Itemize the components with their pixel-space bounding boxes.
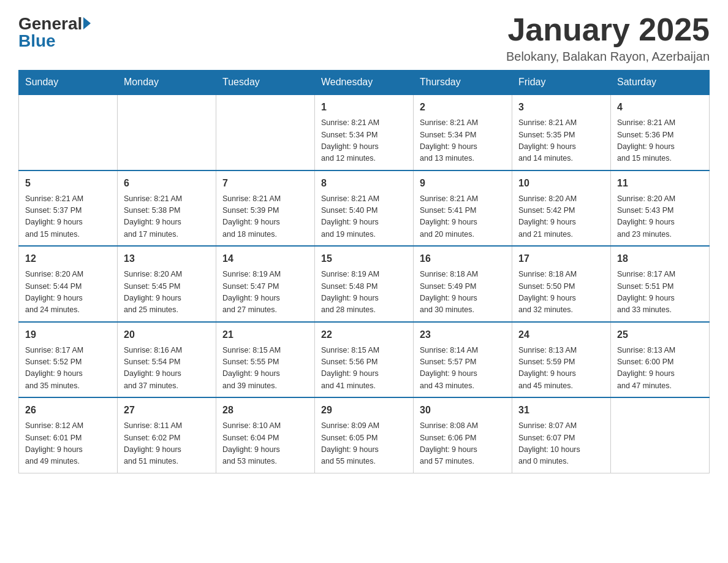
header-saturday: Saturday	[611, 71, 710, 95]
day-number: 3	[518, 100, 604, 115]
day-cell: 2Sunrise: 8:21 AMSunset: 5:34 PMDaylight…	[414, 94, 512, 170]
day-number: 7	[222, 176, 308, 191]
day-info: Sunrise: 8:20 AMSunset: 5:45 PMDaylight:…	[124, 269, 210, 316]
day-cell: 10Sunrise: 8:20 AMSunset: 5:42 PMDayligh…	[512, 170, 611, 247]
day-info: Sunrise: 8:19 AMSunset: 5:48 PMDaylight:…	[321, 269, 407, 316]
day-number: 13	[124, 251, 210, 266]
day-number: 11	[617, 176, 703, 191]
day-info: Sunrise: 8:20 AMSunset: 5:43 PMDaylight:…	[617, 193, 703, 241]
day-info: Sunrise: 8:17 AMSunset: 5:52 PMDaylight:…	[25, 345, 111, 393]
day-cell: 11Sunrise: 8:20 AMSunset: 5:43 PMDayligh…	[611, 170, 710, 247]
day-cell	[118, 94, 216, 170]
day-cell: 5Sunrise: 8:21 AMSunset: 5:37 PMDaylight…	[19, 170, 118, 247]
day-cell: 8Sunrise: 8:21 AMSunset: 5:40 PMDaylight…	[315, 170, 414, 247]
day-number: 24	[518, 327, 604, 342]
week-row-4: 19Sunrise: 8:17 AMSunset: 5:52 PMDayligh…	[19, 322, 710, 398]
day-cell: 14Sunrise: 8:19 AMSunset: 5:47 PMDayligh…	[216, 246, 315, 322]
day-cell: 15Sunrise: 8:19 AMSunset: 5:48 PMDayligh…	[315, 246, 414, 322]
day-info: Sunrise: 8:19 AMSunset: 5:47 PMDaylight:…	[222, 269, 308, 316]
day-number: 8	[321, 176, 407, 191]
day-info: Sunrise: 8:18 AMSunset: 5:50 PMDaylight:…	[518, 269, 604, 316]
week-row-5: 26Sunrise: 8:12 AMSunset: 6:01 PMDayligh…	[19, 397, 710, 473]
header-wednesday: Wednesday	[315, 71, 414, 95]
day-info: Sunrise: 8:14 AMSunset: 5:57 PMDaylight:…	[420, 345, 506, 393]
page-header: General Blue January 2025 Belokany, Bala…	[18, 12, 710, 64]
day-number: 2	[420, 100, 506, 115]
header-row: SundayMondayTuesdayWednesdayThursdayFrid…	[19, 71, 710, 95]
day-info: Sunrise: 8:13 AMSunset: 6:00 PMDaylight:…	[617, 345, 703, 393]
day-info: Sunrise: 8:13 AMSunset: 5:59 PMDaylight:…	[518, 345, 604, 393]
day-cell	[216, 94, 315, 170]
day-info: Sunrise: 8:07 AMSunset: 6:07 PMDaylight:…	[518, 420, 604, 468]
day-number: 14	[222, 251, 308, 266]
day-cell: 24Sunrise: 8:13 AMSunset: 5:59 PMDayligh…	[512, 322, 611, 398]
day-info: Sunrise: 8:08 AMSunset: 6:06 PMDaylight:…	[420, 420, 506, 468]
day-cell: 13Sunrise: 8:20 AMSunset: 5:45 PMDayligh…	[118, 246, 216, 322]
day-info: Sunrise: 8:20 AMSunset: 5:42 PMDaylight:…	[518, 193, 604, 241]
day-info: Sunrise: 8:21 AMSunset: 5:35 PMDaylight:…	[518, 117, 604, 165]
day-info: Sunrise: 8:20 AMSunset: 5:44 PMDaylight:…	[25, 269, 111, 316]
day-cell: 21Sunrise: 8:15 AMSunset: 5:55 PMDayligh…	[216, 322, 315, 398]
day-number: 19	[25, 327, 111, 342]
day-cell: 20Sunrise: 8:16 AMSunset: 5:54 PMDayligh…	[118, 322, 216, 398]
day-cell	[611, 397, 710, 473]
day-number: 25	[617, 327, 703, 342]
day-info: Sunrise: 8:21 AMSunset: 5:36 PMDaylight:…	[617, 117, 703, 165]
day-number: 28	[222, 403, 308, 418]
header-thursday: Thursday	[414, 71, 512, 95]
day-cell: 28Sunrise: 8:10 AMSunset: 6:04 PMDayligh…	[216, 397, 315, 473]
day-cell: 31Sunrise: 8:07 AMSunset: 6:07 PMDayligh…	[512, 397, 611, 473]
day-cell: 18Sunrise: 8:17 AMSunset: 5:51 PMDayligh…	[611, 246, 710, 322]
month-title: January 2025	[506, 12, 710, 47]
day-cell: 9Sunrise: 8:21 AMSunset: 5:41 PMDaylight…	[414, 170, 512, 247]
day-info: Sunrise: 8:11 AMSunset: 6:02 PMDaylight:…	[124, 420, 210, 468]
day-cell: 29Sunrise: 8:09 AMSunset: 6:05 PMDayligh…	[315, 397, 414, 473]
day-cell: 7Sunrise: 8:21 AMSunset: 5:39 PMDaylight…	[216, 170, 315, 247]
header-tuesday: Tuesday	[216, 71, 315, 95]
header-monday: Monday	[118, 71, 216, 95]
day-number: 16	[420, 251, 506, 266]
day-number: 15	[321, 251, 407, 266]
logo-blue-text: Blue	[18, 33, 56, 50]
day-cell: 25Sunrise: 8:13 AMSunset: 6:00 PMDayligh…	[611, 322, 710, 398]
day-cell: 26Sunrise: 8:12 AMSunset: 6:01 PMDayligh…	[19, 397, 118, 473]
day-number: 30	[420, 403, 506, 418]
day-number: 12	[25, 251, 111, 266]
day-info: Sunrise: 8:12 AMSunset: 6:01 PMDaylight:…	[25, 420, 111, 468]
week-row-1: 1Sunrise: 8:21 AMSunset: 5:34 PMDaylight…	[19, 94, 710, 170]
day-info: Sunrise: 8:17 AMSunset: 5:51 PMDaylight:…	[617, 269, 703, 316]
day-info: Sunrise: 8:18 AMSunset: 5:49 PMDaylight:…	[420, 269, 506, 316]
day-cell: 17Sunrise: 8:18 AMSunset: 5:50 PMDayligh…	[512, 246, 611, 322]
day-info: Sunrise: 8:10 AMSunset: 6:04 PMDaylight:…	[222, 420, 308, 468]
day-number: 18	[617, 251, 703, 266]
logo: General Blue	[18, 12, 91, 50]
title-block: January 2025 Belokany, Balakan Rayon, Az…	[506, 12, 710, 64]
day-number: 29	[321, 403, 407, 418]
day-number: 21	[222, 327, 308, 342]
day-number: 20	[124, 327, 210, 342]
header-sunday: Sunday	[19, 71, 118, 95]
day-number: 9	[420, 176, 506, 191]
day-number: 22	[321, 327, 407, 342]
day-cell: 12Sunrise: 8:20 AMSunset: 5:44 PMDayligh…	[19, 246, 118, 322]
day-cell: 22Sunrise: 8:15 AMSunset: 5:56 PMDayligh…	[315, 322, 414, 398]
day-number: 31	[518, 403, 604, 418]
day-info: Sunrise: 8:21 AMSunset: 5:34 PMDaylight:…	[321, 117, 407, 165]
day-info: Sunrise: 8:15 AMSunset: 5:56 PMDaylight:…	[321, 345, 407, 393]
header-friday: Friday	[512, 71, 611, 95]
day-info: Sunrise: 8:21 AMSunset: 5:41 PMDaylight:…	[420, 193, 506, 241]
day-info: Sunrise: 8:21 AMSunset: 5:38 PMDaylight:…	[124, 193, 210, 241]
day-cell: 23Sunrise: 8:14 AMSunset: 5:57 PMDayligh…	[414, 322, 512, 398]
day-info: Sunrise: 8:21 AMSunset: 5:40 PMDaylight:…	[321, 193, 407, 241]
day-cell: 1Sunrise: 8:21 AMSunset: 5:34 PMDaylight…	[315, 94, 414, 170]
day-number: 10	[518, 176, 604, 191]
day-cell: 4Sunrise: 8:21 AMSunset: 5:36 PMDaylight…	[611, 94, 710, 170]
day-number: 5	[25, 176, 111, 191]
day-cell: 30Sunrise: 8:08 AMSunset: 6:06 PMDayligh…	[414, 397, 512, 473]
logo-general-text: General	[18, 15, 82, 33]
day-info: Sunrise: 8:09 AMSunset: 6:05 PMDaylight:…	[321, 420, 407, 468]
day-cell: 6Sunrise: 8:21 AMSunset: 5:38 PMDaylight…	[118, 170, 216, 247]
day-number: 23	[420, 327, 506, 342]
day-info: Sunrise: 8:21 AMSunset: 5:34 PMDaylight:…	[420, 117, 506, 165]
day-cell	[19, 94, 118, 170]
